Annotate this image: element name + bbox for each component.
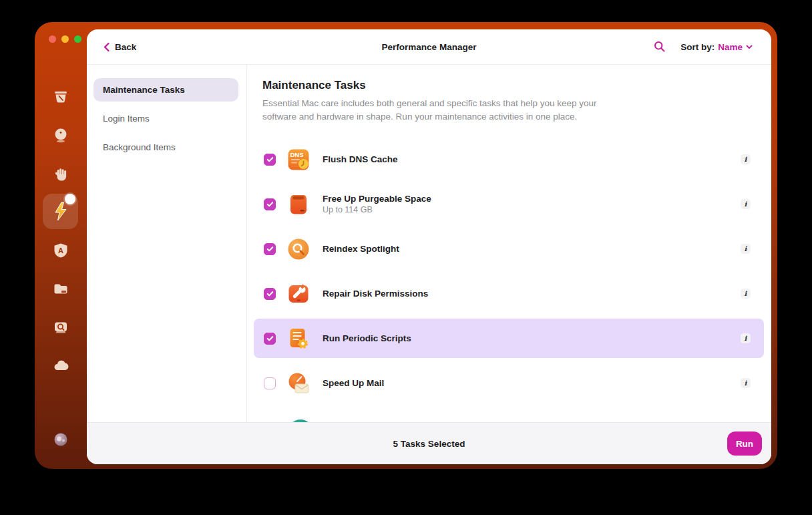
nav-item-label: Login Items [103,114,150,124]
check-icon [266,200,274,208]
disk-permissions-icon [286,281,311,307]
sidebar: A [35,22,87,469]
chevron-down-icon [746,45,753,49]
task-label: Reindex Spotlight [323,244,399,254]
sidebar-item-cleanup[interactable] [51,87,71,107]
sort-by-value: Name [718,42,743,52]
task-checkbox[interactable] [264,154,276,166]
periodic-scripts-icon [286,326,311,351]
run-button[interactable]: Run [727,432,762,456]
nav-item-login-items[interactable]: Login Items [93,107,238,130]
task-row-free-up-purgeable-space[interactable]: Free Up Purgeable Space Up to 114 GB i [254,184,764,224]
footer-bar: 5 Tasks Selected Run [87,422,771,464]
check-icon [266,334,274,343]
nav-item-background-items[interactable]: Background Items [93,136,238,159]
back-chevron-icon [103,42,110,52]
nav-item-maintenance-tasks[interactable]: Maintenance Tasks [93,78,238,102]
task-label: Flush DNS Cache [323,154,398,164]
sidebar-item-space-lens[interactable] [51,317,71,337]
info-icon[interactable]: i [741,378,751,388]
window-header: Back Performance Manager Sort by: Name [87,29,771,65]
protection-icon [51,126,70,144]
sidebar-item-assistant[interactable] [51,430,71,450]
applications-icon: A [51,241,70,260]
info-icon[interactable]: i [741,289,751,299]
info-icon[interactable]: i [741,333,751,343]
content-panel: Back Performance Manager Sort by: Name [87,29,771,464]
sidebar-item-protection[interactable] [51,125,71,145]
privacy-hand-icon [51,164,70,183]
main-content: Maintenance Tasks Essential Mac care inc… [247,65,771,422]
task-label: Speed Up Mail [323,378,384,388]
task-checkbox[interactable] [264,288,276,300]
performance-notification-dot [65,194,75,204]
task-row-run-periodic-scripts[interactable]: Run Periodic Scripts i [254,319,764,358]
sort-by-label: Sort by: [680,42,715,52]
cleanup-icon [51,88,70,106]
task-subtitle: Up to 114 GB [323,205,431,214]
tasks-selected-status: 5 Tasks Selected [393,439,465,449]
assistant-icon [51,430,70,449]
task-checkbox[interactable] [264,243,276,255]
back-button[interactable]: Back [103,42,136,52]
speed-up-mail-icon [286,371,311,396]
back-label: Back [115,42,136,52]
task-row-repair-disk-permissions[interactable]: Repair Disk Permissions i [254,274,764,313]
task-row-reindex-spotlight[interactable]: Reindex Spotlight i [254,229,764,269]
task-checkbox[interactable] [264,333,276,345]
task-row-speed-up-mail[interactable]: Speed Up Mail i [254,363,764,403]
task-label: Repair Disk Permissions [323,289,428,299]
check-icon [266,289,274,298]
info-icon[interactable]: i [741,199,751,209]
task-label: Run Periodic Scripts [323,333,411,343]
sidebar-item-applications[interactable]: A [51,240,71,261]
svg-text:DNS: DNS [290,150,303,158]
svg-text:A: A [58,246,63,254]
task-list: DNS Flush DNS Cache i [254,140,764,403]
purgeable-space-icon [286,192,311,217]
task-checkbox[interactable] [264,377,276,389]
space-lens-icon [51,318,70,337]
sidebar-item-privacy[interactable] [51,164,71,184]
sidebar-item-files[interactable] [51,279,71,299]
dns-cache-icon: DNS [286,147,311,172]
sidebar-item-performance[interactable] [51,202,71,222]
nav-item-label: Maintenance Tasks [103,85,185,95]
task-checkbox[interactable] [264,198,276,210]
app-window: A [35,22,777,469]
cloud-icon [51,356,70,375]
spotlight-icon [286,236,311,262]
sidebar-item-cloud[interactable] [51,355,71,375]
info-icon[interactable]: i [741,154,751,164]
check-icon [266,155,274,164]
check-icon [266,244,274,253]
search-icon[interactable] [654,41,666,53]
folder-icon [51,279,70,298]
task-label: Free Up Purgeable Space [323,194,431,204]
nav-item-label: Background Items [103,142,176,152]
section-nav: Maintenance Tasks Login Items Background… [87,65,247,422]
sort-by-control[interactable]: Sort by: Name [680,42,753,52]
info-icon[interactable]: i [741,244,751,254]
section-title: Maintenance Tasks [262,79,771,92]
performance-lightning-icon [51,201,71,222]
task-row-flush-dns-cache[interactable]: DNS Flush DNS Cache i [254,140,764,179]
section-description: Essential Mac care includes both general… [262,97,600,124]
